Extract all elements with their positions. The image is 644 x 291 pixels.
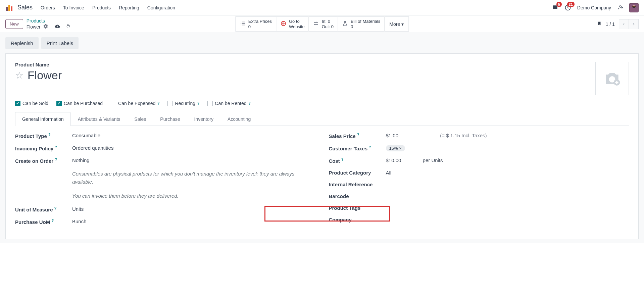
- undo-icon[interactable]: [65, 23, 71, 30]
- pager-prev[interactable]: [619, 19, 629, 29]
- tab-general-information[interactable]: General Information: [15, 112, 71, 126]
- top-navbar: Sales Orders To Invoice Products Reporti…: [0, 0, 644, 15]
- tab-inventory[interactable]: Inventory: [187, 112, 221, 126]
- value-product-category[interactable]: All: [386, 170, 629, 176]
- pager-next[interactable]: [629, 19, 639, 29]
- menu-to-invoice[interactable]: To Invoice: [63, 5, 84, 10]
- label-invoicing-policy: Invoicing Policy ?: [15, 145, 72, 151]
- activities-badge: 21: [567, 2, 575, 7]
- highlight-cost: [264, 206, 390, 222]
- print-labels-button[interactable]: Print Labels: [41, 37, 79, 49]
- list-icon: [240, 20, 246, 28]
- label-product-category: Product Category: [329, 170, 386, 176]
- replenish-button[interactable]: Replenish: [5, 37, 39, 49]
- check-can-be-rented[interactable]: Can be Rented?: [207, 101, 250, 106]
- product-title[interactable]: Flower: [28, 69, 62, 82]
- check-recurring[interactable]: Recurring?: [167, 101, 199, 106]
- value-internal-reference[interactable]: [386, 182, 629, 187]
- value-create-on-order[interactable]: Nothing: [72, 157, 315, 164]
- tax-tag[interactable]: 15% ×: [386, 145, 405, 151]
- favorite-star[interactable]: ☆: [15, 70, 23, 81]
- tab-attributes-variants[interactable]: Attributes & Variants: [71, 112, 128, 126]
- stat-in-out[interactable]: In: 0Out: 0: [309, 16, 338, 32]
- value-cost[interactable]: $10.00 per Units: [386, 157, 629, 164]
- messages-button[interactable]: 5: [552, 4, 558, 11]
- stat-extra-prices[interactable]: Extra Prices0: [235, 16, 276, 32]
- more-button[interactable]: More ▾: [384, 16, 409, 32]
- value-product-tags[interactable]: [386, 205, 629, 211]
- menu-configuration[interactable]: Configuration: [147, 5, 175, 10]
- stat-go-to-website[interactable]: Go toWebsite: [276, 16, 309, 32]
- label-sales-price: Sales Price ?: [329, 133, 386, 139]
- tab-sales[interactable]: Sales: [127, 112, 153, 126]
- help-icon[interactable]: ?: [51, 219, 54, 223]
- stat-value: Out: 0: [322, 24, 334, 30]
- help-icon[interactable]: ?: [48, 133, 51, 137]
- check-can-be-sold[interactable]: Can be Sold: [15, 101, 48, 106]
- app-name[interactable]: Sales: [17, 4, 33, 11]
- value-customer-taxes[interactable]: 15% ×: [386, 145, 629, 151]
- cost-per: per Units: [423, 157, 443, 163]
- camera-plus-icon: [603, 69, 622, 88]
- product-image-upload[interactable]: [595, 62, 629, 95]
- pager: 1 / 1: [597, 19, 639, 29]
- consumable-note-2: You can invoice them before they are del…: [72, 192, 315, 200]
- bookmark-icon[interactable]: [597, 20, 602, 28]
- svg-rect-1: [8, 5, 10, 11]
- messages-badge: 5: [556, 2, 562, 7]
- help-icon[interactable]: ?: [54, 206, 57, 210]
- help-icon[interactable]: ?: [341, 157, 344, 161]
- bars-icon: [5, 4, 13, 12]
- help-icon[interactable]: ?: [157, 101, 159, 105]
- form-sheet: Product Name ☆ Flower Can be Sold Can be…: [5, 53, 639, 239]
- help-icon[interactable]: ?: [55, 157, 57, 161]
- check-label: Can be Sold: [22, 101, 48, 106]
- app-logo[interactable]: [5, 4, 13, 12]
- value-invoicing-policy[interactable]: Ordered quantities: [72, 145, 315, 151]
- value-sales-price[interactable]: $1.00 (= $ 1.15 Incl. Taxes): [386, 133, 629, 139]
- stat-label: Go to: [289, 19, 305, 24]
- help-icon[interactable]: ?: [248, 101, 250, 105]
- gear-icon[interactable]: [43, 24, 48, 30]
- company-name[interactable]: Demo Company: [577, 5, 611, 10]
- remove-tax-icon[interactable]: ×: [399, 146, 402, 151]
- check-label: Can be Expensed: [118, 101, 155, 106]
- check-can-be-expensed[interactable]: Can be Expensed?: [111, 101, 159, 106]
- activities-button[interactable]: 21: [564, 4, 571, 11]
- content-area: Replenish Print Labels Product Name ☆ Fl…: [0, 33, 644, 243]
- user-avatar[interactable]: [629, 3, 639, 12]
- label-purchase-uom: Purchase UoM ?: [15, 219, 72, 225]
- debug-button[interactable]: [617, 4, 623, 11]
- menu-orders[interactable]: Orders: [41, 5, 55, 10]
- label-product-type: Product Type ?: [15, 133, 72, 139]
- value-barcode[interactable]: [386, 193, 629, 199]
- value-product-type[interactable]: Consumable: [72, 133, 315, 139]
- label-customer-taxes: Customer Taxes ?: [329, 145, 386, 151]
- help-icon[interactable]: ?: [197, 101, 199, 105]
- check-can-be-purchased[interactable]: Can be Purchased: [56, 101, 103, 106]
- stat-bom[interactable]: Bill of Materials0: [338, 16, 385, 32]
- menu-reporting[interactable]: Reporting: [119, 5, 139, 10]
- action-buttons: Replenish Print Labels: [5, 37, 639, 49]
- transfer-icon: [313, 20, 319, 28]
- incl-taxes: (= $ 1.15 Incl. Taxes): [440, 133, 487, 138]
- help-icon[interactable]: ?: [55, 145, 57, 149]
- pager-text[interactable]: 1 / 1: [606, 21, 615, 27]
- cloud-upload-icon[interactable]: [55, 23, 60, 30]
- new-button[interactable]: New: [5, 19, 23, 29]
- stat-value: 0: [248, 24, 272, 30]
- label-internal-reference: Internal Reference: [329, 182, 386, 187]
- chevron-right-icon: [632, 22, 635, 26]
- stat-label: Bill of Materials: [351, 19, 380, 24]
- menu-products[interactable]: Products: [92, 5, 111, 10]
- value-company[interactable]: [386, 217, 629, 223]
- breadcrumb-parent[interactable]: Products: [27, 18, 71, 23]
- help-icon[interactable]: ?: [357, 133, 359, 137]
- control-panel: New Products Flower Extra Prices0: [0, 15, 644, 33]
- chevron-left-icon: [622, 22, 626, 26]
- help-icon[interactable]: ?: [369, 145, 371, 149]
- tab-accounting[interactable]: Accounting: [220, 112, 258, 126]
- tab-purchase[interactable]: Purchase: [153, 112, 187, 126]
- flask-icon: [342, 20, 348, 28]
- check-label: Can be Purchased: [64, 101, 103, 106]
